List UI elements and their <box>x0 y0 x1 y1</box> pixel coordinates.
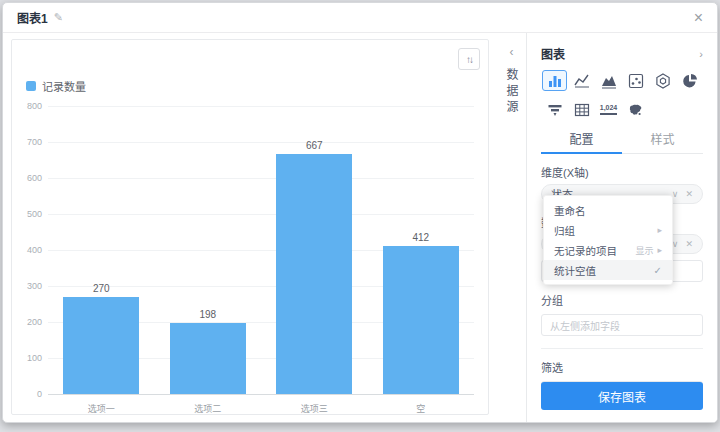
chart-editor-modal: 图表1 ✎ × ↑↓ 记录数量 800700600500400300200100… <box>2 2 718 423</box>
y-axis-tick-label: 300 <box>18 281 42 291</box>
menu-item-label: 统计空值 <box>554 263 596 278</box>
chart-title: 图表1 <box>17 9 48 26</box>
bars-layer: 270198667412 <box>48 106 474 394</box>
chart-type-picker: 1,024 <box>541 70 703 120</box>
menu-item-extras: ▸ <box>657 225 662 235</box>
bar-chart-icon[interactable] <box>542 70 567 91</box>
x-axis-tick-label: 选项三 <box>261 402 368 415</box>
bar[interactable] <box>276 154 352 394</box>
menu-item-label: 重命名 <box>554 203 586 218</box>
menu-item-label: 归组 <box>554 223 575 238</box>
bar-value-label: 198 <box>199 309 216 320</box>
chart-preview-card: ↑↓ 记录数量 8007006005004003002001000 270198… <box>11 39 489 415</box>
y-axis-tick-label: 800 <box>18 101 42 111</box>
tab-配置[interactable]: 配置 <box>541 130 622 154</box>
bar-chart-plot: 8007006005004003002001000 270198667412 选… <box>18 106 474 415</box>
funnel-chart-icon[interactable] <box>542 99 567 120</box>
menu-item-value: 显示 <box>635 244 653 257</box>
y-axis-tick-label: 400 <box>18 245 42 255</box>
menu-item-label: 无记录的项目 <box>554 243 617 258</box>
menu-item[interactable]: 归组▸ <box>544 220 672 240</box>
y-axis-tick-label: 700 <box>18 137 42 147</box>
close-icon[interactable]: × <box>694 10 703 26</box>
menu-item[interactable]: 无记录的项目显示▸ <box>544 240 672 260</box>
datasource-label[interactable]: 数据源 <box>503 68 520 116</box>
menu-item[interactable]: 统计空值✓ <box>544 260 672 280</box>
sort-icon: ↑↓ <box>466 54 472 65</box>
modal-header: 图表1 ✎ × <box>3 3 717 33</box>
bar[interactable] <box>63 297 139 394</box>
dimension-label: 维度(X轴) <box>541 164 703 180</box>
x-axis-tick-label: 选项一 <box>48 402 155 415</box>
pie-chart-icon[interactable] <box>677 70 702 91</box>
filter-label: 筛选 <box>541 359 703 375</box>
bar-slot: 412 <box>368 106 475 394</box>
gridline <box>48 394 474 395</box>
scatter-chart-icon[interactable] <box>623 70 648 91</box>
radar-chart-icon[interactable] <box>650 70 675 91</box>
bar-slot: 667 <box>261 106 368 394</box>
y-axis-tick-label: 500 <box>18 209 42 219</box>
y-axis-tick-label: 200 <box>18 317 42 327</box>
group-dropzone[interactable]: 从左侧添加字段 <box>541 314 703 336</box>
edit-title-icon[interactable]: ✎ <box>54 11 63 24</box>
check-icon: ✓ <box>654 265 662 276</box>
y-axis-tick-label: 600 <box>18 173 42 183</box>
area-chart-icon[interactable] <box>596 70 621 91</box>
menu-item-extras: 显示▸ <box>635 244 662 257</box>
chart-legend[interactable]: 记录数量 <box>26 78 488 94</box>
section-divider <box>541 348 703 349</box>
y-axis-tick-label: 0 <box>18 389 42 399</box>
sort-button[interactable]: ↑↓ <box>458 48 480 70</box>
chart-title-wrap: 图表1 ✎ <box>17 9 63 26</box>
field-context-menu: 重命名归组▸无记录的项目显示▸统计空值✓ <box>543 195 673 285</box>
submenu-arrow-icon: ▸ <box>657 245 662 255</box>
panel-tabs: 配置样式 <box>541 130 703 154</box>
x-axis-tick-label: 空 <box>368 402 475 415</box>
menu-item-extras: ✓ <box>654 265 662 276</box>
save-chart-button[interactable]: 保存图表 <box>541 382 703 410</box>
menu-item[interactable]: 重命名 <box>544 200 672 220</box>
chevron-right-icon[interactable]: › <box>699 48 703 60</box>
number-metric-icon[interactable]: 1,024 <box>596 99 621 120</box>
bar-slot: 198 <box>155 106 262 394</box>
datasource-strip: ‹ 数据源 <box>497 33 527 422</box>
bar[interactable] <box>170 323 246 394</box>
remove-field-icon[interactable]: ✕ <box>685 239 693 249</box>
x-axis-tick-label: 选项二 <box>155 402 262 415</box>
submenu-arrow-icon: ▸ <box>657 225 662 235</box>
legend-label: 记录数量 <box>42 78 86 94</box>
line-chart-icon[interactable] <box>569 70 594 91</box>
collapse-datasource-icon[interactable]: ‹ <box>510 45 514 59</box>
table-icon[interactable] <box>569 99 594 120</box>
china-map-icon[interactable] <box>623 99 648 120</box>
number-metric-label: 1,024 <box>600 104 618 114</box>
remove-field-icon[interactable]: ✕ <box>685 189 693 199</box>
y-axis-tick-label: 100 <box>18 353 42 363</box>
legend-color-swatch <box>26 81 36 91</box>
panel-title: 图表 <box>541 45 565 62</box>
bar[interactable] <box>383 246 459 394</box>
chart-settings-panel: 图表 › <box>527 33 717 422</box>
bar-value-label: 667 <box>306 140 323 151</box>
bar-value-label: 412 <box>412 232 429 243</box>
tab-样式[interactable]: 样式 <box>622 130 703 153</box>
group-label: 分组 <box>541 292 703 308</box>
bar-slot: 270 <box>48 106 155 394</box>
modal-body: ↑↓ 记录数量 8007006005004003002001000 270198… <box>3 33 717 422</box>
bar-value-label: 270 <box>93 283 110 294</box>
x-axis-labels: 选项一选项二选项三空 <box>48 402 474 415</box>
panel-header: 图表 › <box>541 45 703 62</box>
